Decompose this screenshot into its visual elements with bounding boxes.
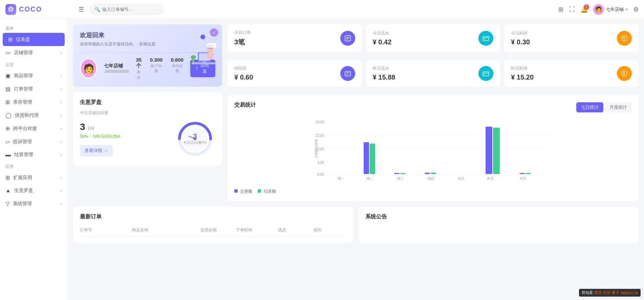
sidebar-label-system: 系统管理 xyxy=(13,201,57,207)
svg-rect-59 xyxy=(525,173,531,174)
sidebar-item-product[interactable]: ▣ 商品管理 › xyxy=(0,69,67,82)
yesterday-flow-label: 昨日流水 xyxy=(373,66,395,71)
svg-point-10 xyxy=(191,55,196,59)
chart-title: 交易统计 xyxy=(234,102,256,109)
search-bar[interactable]: 🔍 xyxy=(89,4,164,15)
chart-legend: 交易额 结算额 xyxy=(234,189,632,194)
sidebar-item-system[interactable]: ▽ 系统管理 › xyxy=(0,197,67,210)
svg-text:昨天: 昨天 xyxy=(487,177,494,180)
user-area[interactable]: 🧑 七年店铺 ▾ xyxy=(593,4,628,15)
compass-title: 生意罗盘 xyxy=(80,99,215,106)
sidebar-label-order: 订单管理 xyxy=(14,86,57,92)
svg-text:• • •: • • • xyxy=(209,44,213,47)
welcome-card: 欢迎回来 未经审视的人生是不值得过的。- 苏格拉底 ✓ xyxy=(73,24,222,87)
sidebar-item-order[interactable]: ▤ 订单管理 › xyxy=(0,82,67,95)
yesterday-profit-value: ¥ 15.20 xyxy=(511,73,534,81)
view-detail-button[interactable]: 查看详情 → xyxy=(80,145,113,156)
today-flow-info: 今日流水 ¥ 0.42 xyxy=(373,30,392,46)
sidebar-label-complaint: 投诉管理 xyxy=(13,139,57,145)
search-input[interactable] xyxy=(102,7,156,12)
sidebar-item-dashboard[interactable]: ⊞ 仪表盘 xyxy=(3,33,65,46)
sidebar: 菜单 ⊞ 仪表盘 ▭ 店铺管理 › 运营 ▣ 商品管理 › ▤ 订单管理 › ⊞… xyxy=(0,19,68,300)
hamburger-icon[interactable]: ☰ xyxy=(77,4,85,15)
yesterday-flow-value: ¥ 15.88 xyxy=(373,73,395,81)
extend-arrow: › xyxy=(61,175,62,180)
settings-icon[interactable]: ⚙ xyxy=(633,6,639,13)
welcome-title: 欢迎回来 xyxy=(80,31,155,39)
logo-text: COCO xyxy=(19,5,42,13)
stat-card-today-orders: 今日订单 3笔 xyxy=(228,24,362,52)
right-panel: 今日订单 3笔 xyxy=(228,24,639,207)
watermark-url: HBDO.CN xyxy=(621,291,638,295)
svg-text:今天: 今天 xyxy=(519,177,526,180)
svg-text:周四: 周四 xyxy=(427,177,434,180)
sidebar-label-settlement: 结算管理 xyxy=(14,152,57,158)
col-status: 状态 xyxy=(278,227,311,233)
sidebar-label-inventory: 库存管理 xyxy=(13,99,57,105)
today-profit-label: 今日利润 xyxy=(511,30,530,36)
yesterday-flow-info: 昨日流水 ¥ 15.88 xyxy=(373,66,395,81)
watermark-sub1: 荷涯 xyxy=(594,290,602,295)
svg-rect-22 xyxy=(483,37,489,41)
gauge-center: 3 今日访问量PV xyxy=(183,132,207,145)
svg-point-32 xyxy=(484,74,485,75)
tab-month[interactable]: 月度统计 xyxy=(605,102,632,112)
today-profit-icon: ¥ xyxy=(617,31,632,46)
svg-text:¥: ¥ xyxy=(623,71,625,76)
svg-rect-52 xyxy=(425,173,430,174)
business-compass: 生意罗盘 今日店铺访问量 3 UV 50% ↑ 与昨日同比增长 查看详情 → xyxy=(73,92,222,166)
product-arrow: › xyxy=(61,73,62,78)
compass-row: 3 UV 50% ↑ 与昨日同比增长 查看详情 → xyxy=(80,119,215,159)
svg-rect-57 xyxy=(493,128,500,174)
stat-unsettled-value: 0.600 xyxy=(171,57,184,63)
stat-unsettled-label: 未结余额 xyxy=(171,63,184,73)
pending-icon xyxy=(340,66,355,81)
svg-text:4.00: 4.00 xyxy=(318,161,324,165)
pending-value: ¥ 0.60 xyxy=(234,73,253,81)
svg-rect-53 xyxy=(431,173,436,174)
sidebar-item-inventory[interactable]: ⊞ 库存管理 › xyxy=(0,95,67,109)
view-detail-label: 查看详情 → xyxy=(85,148,108,154)
chart-area: 16.00 12.00 8.00 4.00 0.00 交易额/结算额 xyxy=(234,118,632,186)
svg-point-24 xyxy=(484,39,485,40)
svg-rect-27 xyxy=(345,71,350,76)
sidebar-item-complaint[interactable]: ▱ 投诉管理 › xyxy=(0,135,67,148)
sidebar-item-compass[interactable]: ▲ 生意罗盘 › xyxy=(0,184,67,197)
stat-products: 35个 商品 xyxy=(136,57,142,80)
stat-card-yesterday-profit: 昨日利润 ¥ 15.20 ¥ xyxy=(504,60,639,87)
grid-view-icon[interactable]: ⊞ xyxy=(558,6,563,13)
order-icon: ▤ xyxy=(5,86,10,92)
profile-info: 七年店铺 18888888888 xyxy=(104,63,129,74)
sidebar-item-supplier[interactable]: ◯ 供货和代理 › xyxy=(0,109,67,122)
announcements-section: 系统公告 xyxy=(359,207,639,243)
col-order-time: 下单时间 xyxy=(236,227,275,233)
sidebar-item-settlement[interactable]: ▬ 结算管理 › xyxy=(0,148,67,161)
announcements-title: 系统公告 xyxy=(365,213,632,220)
sidebar-item-store[interactable]: ▭ 店铺管理 › xyxy=(0,46,67,59)
notification-bell[interactable]: 🔔 2 xyxy=(580,6,588,13)
logo-icon xyxy=(5,4,16,15)
today-profit-value: ¥ 0.30 xyxy=(511,38,530,46)
user-avatar: 🧑 xyxy=(593,4,604,15)
col-amount: 交易金额 xyxy=(200,227,233,233)
legend-transaction-label: 交易额 xyxy=(240,189,252,194)
svg-text:周二: 周二 xyxy=(366,177,373,180)
gauge-label: 今日访问量PV xyxy=(183,140,207,145)
legend-transaction: 交易额 xyxy=(234,189,252,194)
svg-rect-48 xyxy=(364,142,369,174)
svg-rect-49 xyxy=(370,144,375,174)
sidebar-item-extend[interactable]: ⊞ 扩展应用 › xyxy=(0,171,67,184)
legend-settlement: 结算额 xyxy=(258,189,276,194)
compass-arrow: › xyxy=(61,188,62,193)
sidebar-item-cross[interactable]: ⊕ 跨平台对接 › xyxy=(0,122,67,135)
tab-week[interactable]: 七日统计 xyxy=(576,102,603,112)
stat-card-pending: 待结算 ¥ 0.60 xyxy=(228,60,362,87)
expand-icon[interactable]: ⛶ xyxy=(569,6,575,13)
stat-balance: 0.300 账户余额 xyxy=(150,57,163,80)
transaction-chart-section: 交易统计 七日统计 月度统计 16.00 12.00 8.00 xyxy=(228,95,639,201)
complaint-icon: ▱ xyxy=(5,138,9,145)
today-flow-label: 今日流水 xyxy=(373,30,392,36)
bar-chart-svg: 16.00 12.00 8.00 4.00 0.00 交易额/结算额 xyxy=(234,118,632,186)
pending-label: 待结算 xyxy=(234,66,253,71)
orders-section: 最新订单 订单号 商品名称 交易金额 下单时间 状态 操作 xyxy=(73,207,353,243)
